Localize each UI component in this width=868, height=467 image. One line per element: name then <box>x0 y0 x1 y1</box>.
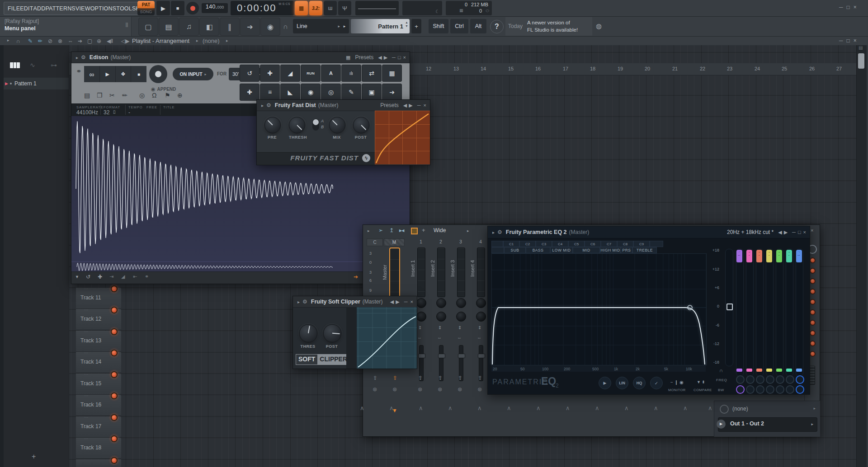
smart-find-button[interactable]: ? <box>490 20 504 33</box>
piano-roll-button[interactable]: ♫ <box>179 18 199 36</box>
clipper-prev-preset-icon[interactable]: ◀ <box>390 299 394 305</box>
route-arrow-icon[interactable]: ⇧ <box>373 375 377 381</box>
app-close-button[interactable]: × <box>854 4 860 10</box>
fastdist-close-button[interactable]: × <box>424 103 426 108</box>
track-header-partial[interactable] <box>76 459 121 467</box>
band-chip[interactable] <box>766 369 772 372</box>
export-button[interactable]: ➔ <box>382 84 402 101</box>
clipper-titlebar[interactable]: ▸ ⚙ Fruity Soft Clipper (Master) ◀ ▶ ─ × <box>293 296 417 308</box>
menu-patterns[interactable]: PATTERNS <box>45 5 75 12</box>
swap-arrows-icon[interactable]: ⇕ <box>478 325 481 330</box>
arm-disk-icon[interactable]: ◎ <box>438 387 442 392</box>
band6-cap[interactable]: −▪ <box>786 250 792 262</box>
bw-knob-active[interactable] <box>736 385 745 394</box>
playlist-close-button[interactable]: × <box>854 37 860 44</box>
fx-slot-led[interactable] <box>810 351 816 357</box>
fastdist-titlebar[interactable]: ▸ ⚙ Fruity Fast Dist (Master) Presets ◀ … <box>257 100 430 111</box>
stereo-knob[interactable] <box>456 312 466 322</box>
mixer-wide-icon[interactable] <box>411 228 418 234</box>
band-tab[interactable]: C5 <box>568 241 585 247</box>
audio-input-select[interactable]: Line ▸ <box>293 19 344 33</box>
record-source-button[interactable]: ◉ <box>260 18 280 36</box>
fx-slot-led[interactable] <box>810 278 816 284</box>
bw-knob[interactable] <box>786 385 794 394</box>
clipper-post-knob[interactable] <box>323 324 341 342</box>
track-record-button[interactable] <box>111 414 118 421</box>
band-slider[interactable]: −▪ <box>766 249 774 376</box>
freq-knob[interactable] <box>756 375 764 384</box>
swap-arrows-icon[interactable]: ⇕ <box>438 325 442 330</box>
eq-lin-button[interactable]: LIN <box>616 377 628 389</box>
track-record-button[interactable] <box>111 307 118 313</box>
pan-knob[interactable] <box>456 298 466 308</box>
route-arrow-icon[interactable]: ⇧ <box>418 375 423 381</box>
track-name[interactable]: Track 12 <box>80 316 101 322</box>
app-maximize-button[interactable]: □ <box>847 4 854 10</box>
record-button[interactable] <box>186 2 199 14</box>
insert2-label[interactable]: Insert 2 <box>430 260 435 277</box>
fx-slot-led[interactable] <box>810 268 816 274</box>
track-record-button[interactable] <box>111 392 118 399</box>
track-record-button[interactable] <box>111 328 118 335</box>
fx-slot-led[interactable] <box>810 289 816 294</box>
fx-slot-led[interactable] <box>810 309 816 315</box>
track-name[interactable]: Track 14 <box>80 359 101 365</box>
band-slider[interactable]: −▪ <box>756 249 764 376</box>
band-chip[interactable] <box>796 369 802 372</box>
route-arrow-icon[interactable]: ⇧ <box>478 375 482 381</box>
stereo-knob[interactable] <box>416 312 426 322</box>
fx-slot-led[interactable] <box>810 257 816 263</box>
new-project-button[interactable]: ▢ <box>138 18 158 36</box>
snap-magnet-icon[interactable]: ∩ <box>16 38 20 44</box>
channel-rack-button[interactable]: ▤ <box>159 18 179 36</box>
pattern-mode-button[interactable]: PAT <box>137 1 155 8</box>
band4-cap[interactable]: −▪ <box>766 250 772 262</box>
preview-icon[interactable]: ◁▶ <box>121 38 129 44</box>
ctrl-key-button[interactable]: Ctrl <box>450 19 468 33</box>
track-header[interactable]: ⋯Track 11 <box>76 288 121 309</box>
bw-knob[interactable] <box>766 385 774 394</box>
band-group[interactable]: HIGH MID <box>600 247 621 253</box>
browser-button[interactable]: ➔ <box>240 18 260 36</box>
band-group[interactable]: MID <box>573 247 600 253</box>
hint-panel[interactable]: ☾ <box>402 1 442 15</box>
band5-cap[interactable]: −▪ <box>776 250 782 262</box>
menu-file[interactable]: FILE <box>8 5 20 12</box>
send-arrow-icon[interactable]: ➔ <box>354 274 358 280</box>
eq-analyze-button[interactable]: ▶ <box>599 377 611 389</box>
swap-arrows-icon[interactable]: ⇕ <box>458 325 462 330</box>
band-tab[interactable]: C1 <box>503 241 519 247</box>
piano-tab-icon[interactable] <box>10 62 20 68</box>
mixer-view-chevron-icon[interactable]: ▸ <box>467 229 469 233</box>
band-tab[interactable]: C2 <box>519 241 536 247</box>
ab-switch[interactable] <box>312 119 319 131</box>
band-tab[interactable]: C3 <box>536 241 552 247</box>
notification-panel[interactable]: Today A newer version of FL Studio is av… <box>505 17 592 36</box>
add-track-button[interactable]: + <box>32 453 36 461</box>
playback-tool-icon[interactable]: ◀‖ <box>107 38 113 44</box>
master-label[interactable]: Master <box>382 265 387 280</box>
freq-knob[interactable] <box>786 375 794 384</box>
loop-icon[interactable]: ↺ <box>86 274 90 280</box>
center-button[interactable]: ✚ <box>260 65 280 82</box>
band2-cap[interactable]: −▪ <box>746 250 752 262</box>
arm-disk-icon[interactable]: ◎ <box>458 387 462 392</box>
post-knob[interactable] <box>353 117 369 133</box>
band-slider[interactable]: −▪ <box>776 249 783 376</box>
fader-handle[interactable] <box>458 354 465 358</box>
mixer-col-2[interactable]: 2 <box>431 238 451 245</box>
eq-close-button[interactable]: × <box>803 229 806 235</box>
band-tab[interactable]: C7 <box>601 241 617 247</box>
undo-button[interactable]: ↺ <box>240 65 259 82</box>
stats-button[interactable]: ılı <box>341 65 361 82</box>
track-header[interactable]: ⋯Track 17 <box>76 416 121 438</box>
band7-cap[interactable]: ◝▪▪ <box>796 250 802 262</box>
pattern-selector[interactable]: Pattern 1 ▲▼ <box>351 19 410 33</box>
track-header[interactable]: ⋯Track 15 <box>76 374 121 395</box>
send-to-playlist-button[interactable]: ▦ <box>382 65 402 82</box>
oscilloscope-panel[interactable] <box>355 1 399 15</box>
time-source-value[interactable]: (none) <box>732 406 748 412</box>
insert1-label[interactable]: Insert 1 <box>410 260 415 277</box>
playlist-menu-icon[interactable]: ▸ <box>7 38 9 42</box>
route-arrow-icon[interactable]: ⇧ <box>458 375 462 381</box>
